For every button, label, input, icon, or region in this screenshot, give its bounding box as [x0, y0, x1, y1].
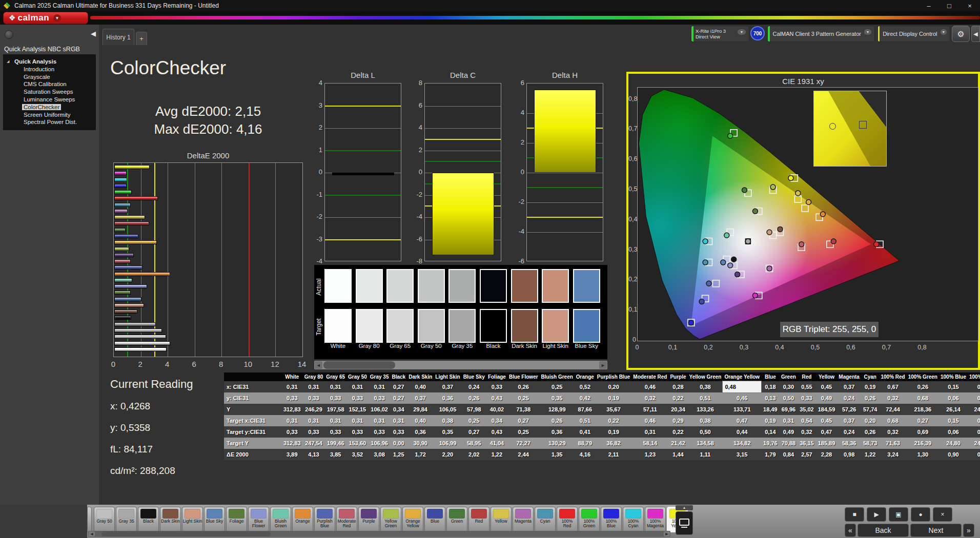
table-cell[interactable]: 20,34 — [668, 404, 687, 415]
table-cell[interactable]: 3,89 — [281, 449, 303, 460]
table-cell[interactable]: 0,38 — [688, 415, 723, 426]
table-cell[interactable]: 0,33 — [346, 426, 369, 438]
table-cell[interactable]: 57,11 — [631, 404, 668, 415]
table-cell[interactable]: 0,51 — [688, 392, 723, 404]
sidebar-item-screen-uniformity[interactable]: Screen Uniformity — [3, 111, 96, 119]
table-cell[interactable]: 0,27 — [507, 415, 540, 426]
table-cell[interactable]: 0,26 — [861, 392, 880, 404]
table-cell[interactable]: 18,49 — [761, 404, 780, 415]
tree-expander-icon[interactable]: ◢ — [7, 58, 9, 66]
table-cell[interactable]: 0,33 — [486, 381, 507, 392]
table-cell[interactable]: 0,50 — [688, 426, 723, 438]
table-cell[interactable]: 0,40 — [407, 381, 434, 392]
table-cell[interactable]: 0,38 — [434, 415, 461, 426]
table-cell[interactable]: 35,02 — [798, 404, 816, 415]
table-cell[interactable]: 2,11 — [596, 449, 631, 460]
table-cell[interactable]: 29,84 — [407, 404, 434, 415]
table-cell[interactable]: 0,33 — [303, 392, 325, 404]
table-cell[interactable]: 0,33 — [390, 426, 407, 438]
table-cell[interactable]: 185,89 — [816, 438, 838, 449]
table-cell[interactable]: 0,18 — [761, 381, 780, 392]
table-cell[interactable]: 19,76 — [761, 438, 780, 449]
table-cell[interactable]: 35,67 — [596, 404, 631, 415]
table-cell[interactable]: 0,47 — [723, 415, 761, 426]
table-cell[interactable]: 0,35 — [434, 426, 461, 438]
table-cell[interactable]: 106,05 — [434, 404, 461, 415]
table-cell[interactable]: 0,33 — [281, 392, 303, 404]
table-cell[interactable]: 41,04 — [486, 438, 507, 449]
pattern-button-black[interactable]: Black — [138, 507, 159, 532]
table-cell[interactable]: 2,44 — [507, 449, 540, 460]
table-cell[interactable]: 57,74 — [861, 404, 880, 415]
table-cell[interactable]: 3,85 — [324, 449, 346, 460]
table-cell[interactable]: 0,31 — [281, 415, 303, 426]
table-cell[interactable]: 0,26 — [907, 381, 939, 392]
table-cell[interactable]: 0,27 — [907, 415, 939, 426]
table-cell[interactable]: 152,15 — [346, 404, 369, 415]
workflow-menu-button[interactable] — [5, 30, 13, 39]
table-cell[interactable]: 0,32 — [798, 426, 816, 438]
pattern-button-yellow[interactable]: Yellow — [491, 507, 512, 532]
table-cell[interactable]: 0,25 — [507, 392, 540, 404]
table-cell[interactable]: 26,14 — [939, 404, 968, 415]
table-cell[interactable]: 1,22 — [486, 449, 507, 460]
table-cell[interactable]: 0,34 — [390, 404, 407, 415]
table-cell[interactable]: 0,19 — [761, 415, 780, 426]
meter-dropdown[interactable]: X-Rite i1Pro 3 Direct View ▼ — [691, 26, 749, 42]
sidebar-item-introduction[interactable]: Introduction — [3, 66, 96, 73]
sidebar-collapse-icon[interactable]: ◀ — [91, 30, 96, 37]
pattern-button-gray-50[interactable]: Gray 50 — [94, 507, 115, 532]
table-cell[interactable]: 0,33 — [303, 426, 325, 438]
close-button[interactable]: × — [933, 507, 952, 522]
table-cell[interactable]: 0,24 — [462, 381, 486, 392]
pattern-button-moderate-red[interactable]: Moderate Red — [336, 507, 357, 532]
sidebar-item-cms-calibration[interactable]: CMS Calibration — [3, 80, 96, 88]
table-cell[interactable]: 130,29 — [540, 438, 575, 449]
scroll-left-icon[interactable]: ◄ — [315, 361, 322, 369]
table-cell[interactable]: 30,90 — [407, 438, 434, 449]
pattern-button-dark-skin[interactable]: Dark Skin — [160, 507, 181, 532]
sidebar-item-saturation-sweeps[interactable]: Saturation Sweeps — [3, 88, 96, 96]
pattern-button-bluish-green[interactable]: Bluish Green — [270, 507, 291, 532]
table-cell[interactable]: 0,37 — [407, 392, 434, 404]
pattern-button-blue-sky[interactable]: Blue Sky — [204, 507, 225, 532]
table-cell[interactable]: 4,13 — [303, 449, 325, 460]
table-cell[interactable]: 241,60 — [968, 404, 980, 415]
flyout-arrow-icon[interactable]: ▲ — [676, 505, 693, 510]
pattern-button-gray-35[interactable]: Gray 35 — [116, 507, 137, 532]
table-cell[interactable]: 0,19 — [968, 381, 980, 392]
table-cell[interactable]: 3,08 — [369, 449, 391, 460]
table-cell[interactable]: 72,44 — [879, 404, 906, 415]
tab-history-1[interactable]: History 1 — [103, 29, 134, 45]
scroll-right-icon[interactable]: ► — [599, 361, 607, 369]
next-button[interactable]: Next — [910, 524, 962, 537]
table-cell[interactable]: 0,43 — [486, 426, 507, 438]
table-cell[interactable]: 133,26 — [688, 404, 723, 415]
table-cell[interactable]: 58,95 — [462, 438, 486, 449]
pattern-button-100-cyan[interactable]: 100% Cyan — [623, 507, 644, 532]
table-cell[interactable]: 0,31 — [281, 381, 303, 392]
table-cell[interactable]: 0,52 — [575, 381, 596, 392]
pattern-button-yellow-green[interactable]: Yellow Green — [380, 507, 401, 532]
table-cell[interactable]: 0,32 — [879, 392, 906, 404]
table-cell[interactable]: 0,33 — [369, 392, 391, 404]
table-cell[interactable]: 87,66 — [575, 404, 596, 415]
table-cell[interactable]: 2,28 — [816, 449, 838, 460]
table-cell[interactable]: 128,99 — [540, 404, 575, 415]
table-cell[interactable]: 71,38 — [507, 404, 540, 415]
table-cell[interactable]: 0,32 — [631, 392, 668, 404]
table-cell[interactable]: 0,27 — [390, 392, 407, 404]
table-cell[interactable]: 0,31 — [324, 415, 346, 426]
table-cell[interactable]: 3,15 — [723, 449, 761, 460]
table-cell[interactable]: 0,95 — [968, 449, 980, 460]
back-chevron-button[interactable]: « — [845, 524, 856, 537]
table-cell[interactable]: 0,20 — [968, 415, 980, 426]
scrollbar-thumb[interactable] — [323, 361, 395, 369]
table-cell[interactable]: 0,36 — [407, 426, 434, 438]
table-cell[interactable]: 88,79 — [575, 438, 596, 449]
table-cell[interactable]: 0,22 — [596, 415, 631, 426]
table-cell[interactable]: 0,15 — [939, 415, 968, 426]
display-control-dropdown[interactable]: Direct Display Control ▼ — [877, 26, 950, 42]
pattern-button-blue-flower[interactable]: Blue Flower — [248, 507, 269, 532]
table-cell[interactable]: 0,19 — [596, 392, 631, 404]
